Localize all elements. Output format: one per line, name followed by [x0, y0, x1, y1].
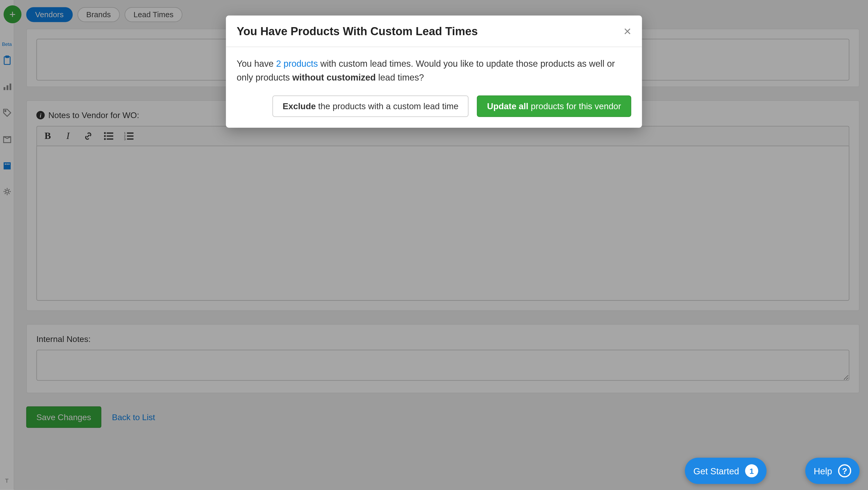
modal-text-suffix: lead times?	[376, 73, 424, 83]
update-all-bold: Update all	[487, 101, 528, 111]
update-all-rest: products for this vendor	[528, 101, 621, 111]
get-started-label: Get Started	[693, 466, 739, 476]
modal-text-prefix: You have	[237, 58, 276, 68]
modal-title: You Have Products With Custom Lead Times	[237, 25, 478, 38]
modal-body: You have 2 products with custom lead tim…	[226, 47, 642, 88]
help-label: Help	[814, 466, 832, 476]
modal-header: You Have Products With Custom Lead Times…	[226, 16, 642, 47]
update-all-button[interactable]: Update all products for this vendor	[477, 95, 631, 116]
help-icon: ?	[838, 464, 851, 477]
modal-footer: Exclude the products with a custom lead …	[226, 88, 642, 127]
help-pill[interactable]: Help ?	[805, 458, 860, 484]
exclude-button[interactable]: Exclude the products with a custom lead …	[273, 95, 469, 116]
products-link[interactable]: 2 products	[276, 58, 318, 68]
get-started-pill[interactable]: Get Started 1	[685, 458, 767, 484]
modal-close-button[interactable]: ×	[623, 25, 631, 38]
exclude-bold: Exclude	[283, 101, 316, 111]
modal-text-bold: without customized	[292, 73, 376, 83]
exclude-rest: the products with a custom lead time	[316, 101, 459, 111]
get-started-badge: 1	[745, 464, 758, 477]
lead-times-modal: You Have Products With Custom Lead Times…	[226, 16, 642, 127]
